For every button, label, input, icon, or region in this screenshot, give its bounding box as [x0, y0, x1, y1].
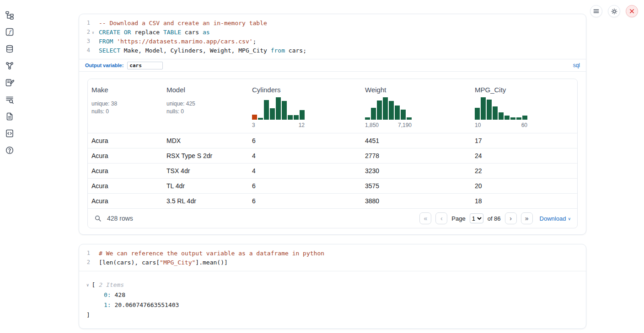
- column-name: Model: [166, 86, 248, 94]
- variables-icon[interactable]: ƒ: [4, 26, 15, 37]
- column-header-mpg_city[interactable]: MPG_City1060: [471, 86, 577, 128]
- help-icon[interactable]: [4, 144, 15, 156]
- gear-icon: [611, 8, 618, 15]
- fold-spacer: [90, 41, 96, 42]
- line-number: 1: [83, 20, 90, 26]
- download-button[interactable]: Download ∨: [540, 215, 571, 222]
- table-cell: Acura: [88, 197, 163, 205]
- histogram-bar: [504, 116, 510, 120]
- menu-button[interactable]: [590, 5, 602, 17]
- logs-icon[interactable]: [4, 94, 15, 105]
- line-number: 1: [83, 250, 90, 256]
- datasources-icon[interactable]: [4, 43, 15, 54]
- output-variable-input[interactable]: [127, 62, 163, 69]
- python-editor[interactable]: 1# We can reference the output variable …: [79, 244, 586, 271]
- code-line: 2[len(cars), cars["MPG_City"].mean()]: [83, 258, 586, 267]
- histogram-bar: [300, 110, 305, 120]
- page-label: Page: [451, 215, 465, 222]
- histogram-bar: [294, 115, 299, 120]
- python-output: ∨ [ 2 Items 0: 4281: 20.060747663551403 …: [79, 271, 586, 328]
- table-row[interactable]: AcuraTSX 4dr4323022: [88, 163, 577, 178]
- shutdown-button[interactable]: [626, 5, 638, 17]
- topbar-actions: [590, 5, 638, 17]
- page-select[interactable]: 1: [470, 213, 483, 223]
- table-cell: 3880: [361, 197, 471, 205]
- column-stats: unique: 38nulls: 0: [91, 100, 163, 116]
- table-cell: 4: [248, 152, 361, 159]
- output-item: 1: 20.060747663551403: [86, 300, 579, 310]
- table-row[interactable]: AcuraMDX6445117: [88, 133, 577, 148]
- table-cell: 3575: [361, 182, 471, 190]
- table-cell: 17: [471, 137, 577, 144]
- fold-chevron-icon[interactable]: ∨: [90, 30, 96, 35]
- column-name: MPG_City: [475, 86, 577, 94]
- table-cell: RSX Type S 2dr: [163, 152, 248, 159]
- output-tree-entries: 0: 4281: 20.060747663551403: [86, 290, 579, 310]
- histogram-bar: [522, 116, 527, 120]
- histogram-bar: [487, 100, 492, 120]
- column-header-model[interactable]: Modelunique: 425nulls: 0: [163, 86, 248, 128]
- dependency-graph-icon[interactable]: [4, 60, 15, 71]
- table-row[interactable]: AcuraTL 4dr6357520: [88, 178, 577, 193]
- output-tree-header: ∨ [ 2 Items: [86, 280, 579, 290]
- documentation-icon[interactable]: [4, 111, 15, 122]
- table-cell: 4451: [361, 137, 471, 144]
- download-label: Download: [540, 215, 566, 222]
- first-page-button[interactable]: «: [419, 212, 431, 224]
- column-histogram[interactable]: [252, 96, 361, 120]
- scratchpad-icon[interactable]: [4, 77, 15, 88]
- histogram-bar: [407, 117, 412, 120]
- output-item: 0: 428: [86, 290, 579, 300]
- last-page-button[interactable]: »: [521, 212, 533, 224]
- chevron-down-icon: ∨: [568, 216, 571, 221]
- table-cell: 22: [471, 167, 577, 174]
- histogram-max-label: 12: [299, 122, 305, 128]
- table-cell: 6: [248, 137, 361, 144]
- table-cell: 6: [248, 182, 361, 190]
- column-histogram[interactable]: [475, 96, 577, 120]
- code-line: 3FROM 'https://datasets.marimo.app/cars.…: [83, 37, 586, 46]
- next-page-button[interactable]: ›: [505, 212, 517, 224]
- search-icon[interactable]: [94, 215, 102, 222]
- line-number: 4: [83, 47, 90, 53]
- line-number: 2: [83, 259, 90, 265]
- histogram-range-labels: 1060: [475, 122, 527, 128]
- column-histogram[interactable]: [365, 96, 471, 120]
- histogram-bar: [270, 108, 275, 120]
- table-row[interactable]: AcuraRSX Type S 2dr4277824: [88, 148, 577, 163]
- table-row[interactable]: Acura3.5 RL 4dr6388018: [88, 193, 577, 208]
- column-header-weight[interactable]: Weight1,8507,190: [361, 86, 471, 128]
- histogram-bar: [264, 100, 269, 120]
- table-output: Makeunique: 38nulls: 0Modelunique: 425nu…: [79, 71, 586, 234]
- code-text: SELECT Make, Model, Cylinders, Weight, M…: [99, 47, 306, 54]
- file-tree-icon[interactable]: [4, 9, 15, 21]
- table-cell: 3.5 RL 4dr: [163, 197, 248, 205]
- settings-button[interactable]: [608, 5, 620, 17]
- histogram-max-label: 60: [521, 122, 527, 128]
- histogram-max-label: 7,190: [398, 122, 412, 128]
- column-header-make[interactable]: Makeunique: 38nulls: 0: [88, 86, 163, 128]
- code-text: CREATE OR replace TABLE cars as: [99, 29, 210, 36]
- collapse-icon[interactable]: ∨: [86, 280, 89, 290]
- snippets-icon[interactable]: [4, 127, 15, 139]
- column-name: Cylinders: [252, 86, 361, 94]
- column-header-cylinders[interactable]: Cylinders312: [248, 86, 361, 128]
- table-cell: 20: [471, 182, 577, 190]
- svg-text:ƒ: ƒ: [7, 29, 11, 35]
- histogram-bar: [377, 100, 382, 120]
- sql-editor[interactable]: 1-- Download a CSV and create an in-memo…: [79, 14, 586, 59]
- line-number: 2: [83, 29, 90, 35]
- histogram-bar: [365, 117, 370, 120]
- output-variable-label: Output variable:: [85, 63, 123, 68]
- histogram-min-label: 3: [252, 122, 255, 128]
- histogram-range-labels: 312: [252, 122, 305, 128]
- prev-page-button[interactable]: ‹: [435, 212, 447, 224]
- histogram-bar: [389, 101, 394, 120]
- line-number: 3: [83, 38, 90, 44]
- output-item-value: 20.060747663551403: [114, 301, 179, 308]
- code-text: FROM 'https://datasets.marimo.app/cars.c…: [99, 38, 256, 45]
- histogram-bar: [395, 106, 400, 120]
- histogram-bar-highlighted: [252, 115, 257, 120]
- table-cell: 3230: [361, 167, 471, 174]
- histogram-bar: [510, 117, 515, 120]
